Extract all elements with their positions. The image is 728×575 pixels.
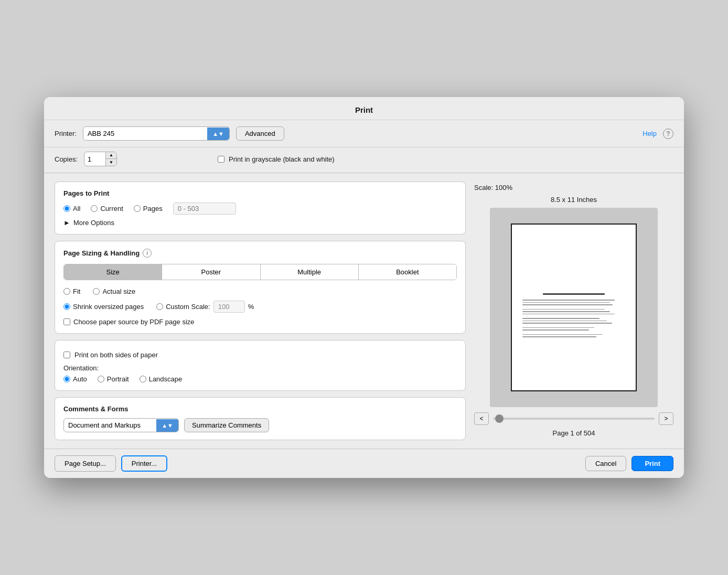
copies-decrement[interactable]: ▼ <box>106 159 116 166</box>
page-sizing-info-icon[interactable]: i <box>143 249 152 258</box>
print-both-row: Print on both sides of paper <box>63 351 457 359</box>
preview-line-3 <box>522 304 613 305</box>
help-area: Help ? <box>643 129 673 139</box>
printer-controls-left: Printer: ABB 245 ▲▼ Advanced <box>55 126 636 141</box>
actual-size-radio-item: Actual size <box>93 288 135 295</box>
custom-scale-radio-item: Custom Scale: <box>156 303 210 311</box>
preview-line-7 <box>522 318 599 319</box>
preview-line-5 <box>522 311 610 312</box>
orientation-row: Auto Portrait Landscape <box>63 375 457 383</box>
custom-scale-radio[interactable] <box>156 303 163 310</box>
tab-size[interactable]: Size <box>64 264 162 280</box>
scale-text: Scale: 100% <box>474 184 512 191</box>
cf-select[interactable]: Document and Markups <box>64 419 156 432</box>
tab-multiple[interactable]: Multiple <box>261 264 359 280</box>
all-radio-item: All <box>63 205 80 212</box>
fit-radio[interactable] <box>63 288 70 295</box>
portrait-radio[interactable] <box>98 376 104 382</box>
page-nav-row: < > <box>474 412 673 425</box>
advanced-button[interactable]: Advanced <box>236 126 284 141</box>
pages-radio[interactable] <box>134 205 141 212</box>
pages-range-input[interactable] <box>173 203 236 215</box>
more-options-label: More Options <box>73 219 114 227</box>
bottom-left-buttons: Page Setup... Printer... <box>55 455 167 472</box>
more-options-toggle[interactable]: ► More Options <box>63 219 457 227</box>
tab-booklet[interactable]: Booklet <box>359 264 456 280</box>
next-page-button[interactable]: > <box>659 412 673 425</box>
page-info: Page 1 of 504 <box>553 429 595 437</box>
custom-scale-wrapper: Custom Scale: % <box>156 301 254 313</box>
pages-radio-row: All Current Pages <box>63 203 457 215</box>
auto-label: Auto <box>73 375 87 383</box>
current-radio[interactable] <box>91 205 98 212</box>
all-radio[interactable] <box>63 205 70 212</box>
fit-label: Fit <box>73 288 80 295</box>
help-icon[interactable]: ? <box>663 129 673 139</box>
comments-forms-section: Comments & Forms Document and Markups ▲▼… <box>55 397 466 440</box>
copies-increment[interactable]: ▲ <box>106 152 116 159</box>
orientation-label: Orientation: <box>63 364 457 372</box>
copies-input[interactable] <box>84 153 105 165</box>
all-label: All <box>73 205 80 212</box>
printer-select-arrow[interactable]: ▲▼ <box>207 127 229 140</box>
cf-select-wrapper[interactable]: Document and Markups ▲▼ <box>63 418 179 432</box>
preview-page <box>511 223 637 391</box>
choose-paper-checkbox[interactable] <box>63 318 70 325</box>
preview-line-10 <box>522 327 594 328</box>
print-button[interactable]: Print <box>631 456 673 471</box>
preview-line-12 <box>522 334 603 335</box>
choose-paper-item: Choose paper source by PDF page size <box>63 318 457 326</box>
custom-scale-label: Custom Scale: <box>166 303 210 311</box>
copies-label: Copies: <box>55 155 78 163</box>
sizing-options: Fit Actual size Shrink oversized pages <box>63 288 457 326</box>
preview-line-9 <box>522 323 612 324</box>
scale-unit: % <box>248 303 254 311</box>
dialog-title: Print <box>355 105 373 114</box>
page-slider-thumb <box>495 414 504 423</box>
auto-radio[interactable] <box>63 376 70 382</box>
page-slider[interactable] <box>493 418 655 420</box>
portrait-radio-item: Portrait <box>98 375 129 383</box>
copies-row: Copies: ▲ ▼ Print in grayscale (black an… <box>44 147 684 173</box>
pages-to-print-title: Pages to Print <box>63 189 457 197</box>
cancel-button[interactable]: Cancel <box>585 456 626 471</box>
shrink-radio[interactable] <box>63 303 70 310</box>
print-options-section: Print on both sides of paper Orientation… <box>55 340 466 391</box>
auto-radio-item: Auto <box>63 375 87 383</box>
copies-input-wrapper: ▲ ▼ <box>84 152 117 166</box>
prev-page-button[interactable]: < <box>474 412 489 425</box>
current-label: Current <box>100 205 123 212</box>
page-setup-button[interactable]: Page Setup... <box>55 455 116 472</box>
page-sizing-section: Page Sizing & Handling i Size Poster Mul… <box>55 241 466 334</box>
sizing-row-1: Fit Actual size <box>63 288 457 295</box>
current-radio-item: Current <box>91 205 123 212</box>
more-options-arrow: ► <box>63 219 70 227</box>
landscape-label: Landscape <box>149 375 183 383</box>
copies-stepper: ▲ ▼ <box>105 152 116 166</box>
preview-line-13 <box>522 336 596 337</box>
printer-select-wrapper[interactable]: ABB 245 ▲▼ <box>83 126 230 141</box>
actual-size-radio[interactable] <box>93 288 100 295</box>
cf-select-arrow[interactable]: ▲▼ <box>156 419 178 432</box>
preview-line-6 <box>522 314 615 315</box>
summarize-button[interactable]: Summarize Comments <box>184 418 269 432</box>
comments-forms-controls: Document and Markups ▲▼ Summarize Commen… <box>63 418 457 432</box>
page-size-text: 8.5 x 11 Inches <box>551 196 597 204</box>
left-panel: Pages to Print All Current Pages <box>55 182 466 440</box>
main-content: Pages to Print All Current Pages <box>44 173 684 449</box>
dialog-title-bar: Print <box>44 97 684 120</box>
grayscale-checkbox[interactable] <box>218 156 224 163</box>
preview-line-2 <box>522 302 610 303</box>
help-link[interactable]: Help <box>643 130 657 137</box>
both-sides-checkbox[interactable] <box>63 352 70 358</box>
tab-poster[interactable]: Poster <box>162 264 260 280</box>
comments-forms-title: Comments & Forms <box>63 405 457 413</box>
printer-button[interactable]: Printer... <box>121 455 167 472</box>
custom-scale-input[interactable] <box>213 301 245 313</box>
printer-select[interactable]: ABB 245 <box>83 127 207 140</box>
preview-line-11 <box>522 329 589 331</box>
printer-label: Printer: <box>55 130 77 137</box>
landscape-radio[interactable] <box>140 376 146 382</box>
shrink-radio-item: Shrink oversized pages <box>63 303 144 311</box>
pages-radio-item: Pages <box>134 205 163 212</box>
